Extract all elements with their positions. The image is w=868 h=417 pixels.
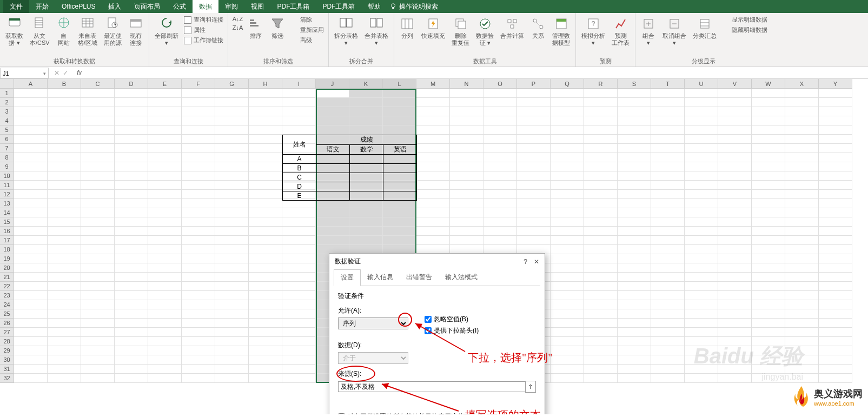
row-header-24[interactable]: 24: [0, 300, 14, 309]
col-header-C[interactable]: C: [81, 79, 115, 89]
btn-forecast-sheet[interactable]: 预测 工作表: [609, 15, 632, 48]
col-header-H[interactable]: H: [249, 79, 282, 89]
btn-recent-sources[interactable]: 最近使 用的源: [102, 15, 124, 48]
btn-show-detail[interactable]: 显示明细数据: [721, 15, 768, 24]
column-headers[interactable]: ABCDEFGHIJKLMNOPQRSTUVWXY: [14, 79, 852, 89]
source-input[interactable]: [338, 381, 526, 392]
row-header-6[interactable]: 6: [0, 135, 14, 144]
btn-whatif[interactable]: ?模拟分析 ▾: [579, 15, 607, 48]
row-header-25[interactable]: 25: [0, 309, 14, 319]
ignore-blank-checkbox[interactable]: [425, 316, 432, 323]
menu-insert[interactable]: 插入: [102, 0, 128, 13]
col-header-Y[interactable]: Y: [819, 79, 852, 89]
col-header-V[interactable]: V: [718, 79, 752, 89]
row-header-16[interactable]: 16: [0, 227, 14, 236]
help-icon[interactable]: ?: [524, 258, 527, 266]
btn-data-model[interactable]: 管理数 据模型: [550, 15, 572, 48]
select-all-corner[interactable]: [0, 79, 14, 89]
col-header-B[interactable]: B: [48, 79, 81, 89]
tab-input-message[interactable]: 输入信息: [361, 269, 400, 286]
btn-existing-conn[interactable]: 现有 连接: [126, 15, 145, 48]
row-header-20[interactable]: 20: [0, 263, 14, 273]
row-header-21[interactable]: 21: [0, 273, 14, 282]
menu-help[interactable]: 帮助: [361, 0, 387, 13]
col-header-F[interactable]: F: [182, 79, 215, 89]
col-header-E[interactable]: E: [148, 79, 182, 89]
row-header-27[interactable]: 27: [0, 328, 14, 337]
btn-filter[interactable]: 筛选: [268, 15, 287, 41]
menu-pdf2[interactable]: PDF工具箱: [316, 0, 361, 13]
col-header-G[interactable]: G: [215, 79, 249, 89]
btn-properties[interactable]: 属性: [183, 25, 224, 35]
menu-view[interactable]: 视图: [244, 0, 270, 13]
menu-pdf1[interactable]: PDF工具箱: [270, 0, 316, 13]
row-header-29[interactable]: 29: [0, 346, 14, 355]
col-header-Q[interactable]: Q: [551, 79, 584, 89]
btn-from-csv[interactable]: 从文 本/CSV: [28, 15, 52, 48]
btn-reapply[interactable]: 重新应用: [289, 25, 325, 35]
row-header-9[interactable]: 9: [0, 162, 14, 171]
col-header-M[interactable]: M: [416, 79, 450, 89]
apply-all-checkbox[interactable]: [338, 413, 345, 414]
btn-queries-conn[interactable]: 查询和连接: [183, 15, 224, 24]
btn-hide-detail[interactable]: 隐藏明细数据: [721, 25, 768, 35]
btn-sort[interactable]: 排序: [246, 15, 266, 41]
row-header-17[interactable]: 17: [0, 236, 14, 245]
row-header-12[interactable]: 12: [0, 190, 14, 199]
btn-clear-filter[interactable]: 清除: [289, 15, 325, 24]
row-header-18[interactable]: 18: [0, 245, 14, 254]
btn-group[interactable]: 组合 ▾: [639, 15, 658, 48]
tab-settings[interactable]: 设置: [334, 269, 361, 286]
row-header-15[interactable]: 15: [0, 217, 14, 227]
col-header-X[interactable]: X: [785, 79, 819, 89]
btn-merge-table[interactable]: 合并表格 ▾: [362, 15, 390, 48]
btn-sort-asc[interactable]: A↓Z: [231, 15, 244, 23]
row-header-4[interactable]: 4: [0, 116, 14, 125]
col-header-N[interactable]: N: [450, 79, 483, 89]
btn-flash-fill[interactable]: 快速填充: [419, 15, 447, 41]
row-header-2[interactable]: 2: [0, 98, 14, 107]
row-header-7[interactable]: 7: [0, 144, 14, 153]
col-header-U[interactable]: U: [685, 79, 718, 89]
fx-label[interactable]: fx: [74, 69, 85, 77]
btn-relationships[interactable]: 关系: [528, 15, 548, 41]
menu-pagelayout[interactable]: 页面布局: [128, 0, 167, 13]
tab-ime-mode[interactable]: 输入法模式: [439, 269, 484, 286]
menu-officeplus[interactable]: OfficePLUS: [55, 0, 102, 13]
btn-workbook-links[interactable]: 工作簿链接: [183, 36, 224, 45]
menu-review[interactable]: 审阅: [218, 0, 244, 13]
row-headers[interactable]: 1234567891011121314151617181920212223242…: [0, 89, 14, 383]
row-header-22[interactable]: 22: [0, 282, 14, 291]
col-header-A[interactable]: A: [14, 79, 48, 89]
btn-data-validation[interactable]: 数据验 证 ▾: [474, 15, 496, 48]
btn-sort-desc[interactable]: Z↓A: [231, 24, 244, 31]
menu-file[interactable]: 文件: [3, 0, 29, 13]
col-header-I[interactable]: I: [282, 79, 316, 89]
row-header-8[interactable]: 8: [0, 153, 14, 162]
row-header-28[interactable]: 28: [0, 337, 14, 346]
btn-consolidate[interactable]: 合并计算: [498, 15, 526, 41]
row-header-11[interactable]: 11: [0, 181, 14, 190]
btn-advanced[interactable]: 高级: [289, 36, 325, 45]
menu-formulas[interactable]: 公式: [167, 0, 193, 13]
row-header-32[interactable]: 32: [0, 374, 14, 383]
row-header-23[interactable]: 23: [0, 291, 14, 300]
col-header-L[interactable]: L: [383, 79, 416, 89]
range-selector-button[interactable]: [525, 381, 536, 393]
btn-remove-duplicates[interactable]: 删除 重复值: [449, 15, 472, 48]
col-header-O[interactable]: O: [483, 79, 517, 89]
col-header-S[interactable]: S: [618, 79, 651, 89]
cancel-icon[interactable]: ✕: [54, 69, 59, 77]
btn-get-data[interactable]: 获取数 据 ▾: [3, 15, 25, 48]
row-header-5[interactable]: 5: [0, 125, 14, 135]
col-header-D[interactable]: D: [115, 79, 148, 89]
col-header-W[interactable]: W: [752, 79, 785, 89]
allow-dropdown[interactable]: 序列: [338, 317, 408, 329]
btn-ungroup[interactable]: 取消组合 ▾: [660, 15, 688, 48]
row-header-14[interactable]: 14: [0, 208, 14, 217]
row-header-1[interactable]: 1: [0, 89, 14, 98]
col-header-K[interactable]: K: [349, 79, 383, 89]
spreadsheet-grid[interactable]: ABCDEFGHIJKLMNOPQRSTUVWXY 12345678910111…: [0, 79, 868, 414]
row-header-13[interactable]: 13: [0, 199, 14, 208]
close-icon[interactable]: ✕: [534, 258, 539, 266]
